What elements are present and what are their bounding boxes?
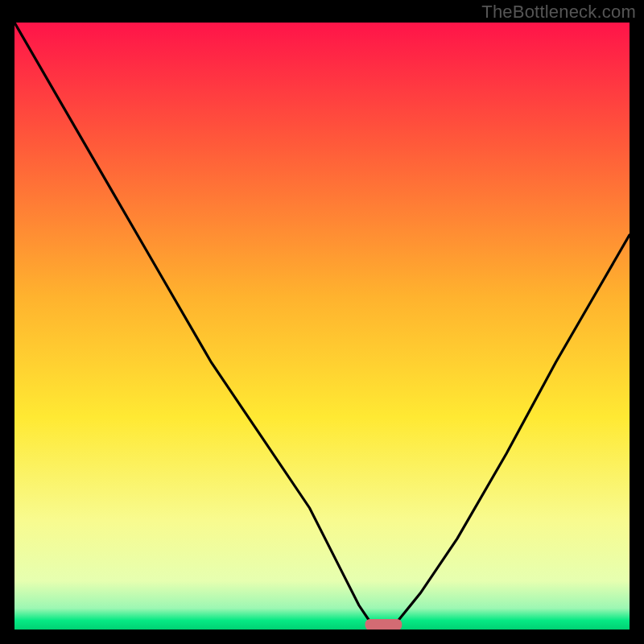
watermark-text: TheBottleneck.com [481, 2, 636, 23]
plot-area [14, 23, 630, 630]
optimal-marker [365, 619, 402, 630]
chart-svg [14, 23, 630, 630]
chart-frame: TheBottleneck.com [0, 0, 644, 644]
gradient-background [14, 23, 630, 630]
